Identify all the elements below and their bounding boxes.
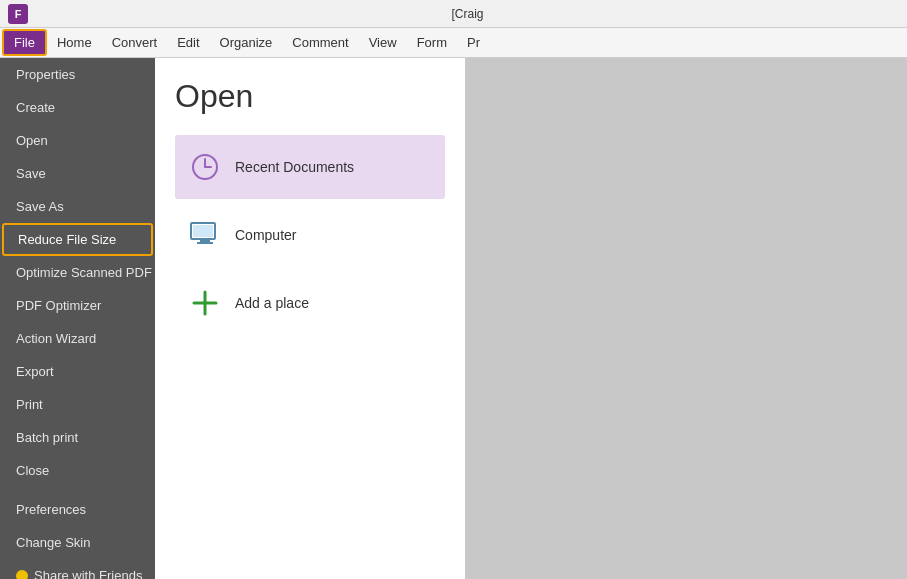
menu-item-edit[interactable]: Edit [167, 31, 209, 54]
sidebar-item-share-with-friends[interactable]: Share with Friends [0, 559, 155, 579]
sidebar-item-optimize-scanned[interactable]: Optimize Scanned PDF [0, 256, 155, 289]
open-option-label-recent-documents: Recent Documents [235, 159, 354, 175]
menu-item-form[interactable]: Form [407, 31, 457, 54]
menu-item-organize[interactable]: Organize [210, 31, 283, 54]
svg-rect-6 [197, 242, 213, 244]
svg-rect-4 [193, 225, 213, 237]
sidebar-item-save-as[interactable]: Save As [0, 190, 155, 223]
sidebar: PropertiesCreateOpenSaveSave AsReduce Fi… [0, 58, 155, 579]
open-option-label-computer: Computer [235, 227, 296, 243]
sidebar-item-print[interactable]: Print [0, 388, 155, 421]
menu-item-view[interactable]: View [359, 31, 407, 54]
title-bar: F [Craig [0, 0, 907, 28]
share-dot-icon [16, 570, 28, 580]
right-area [465, 58, 907, 579]
menu-item-convert[interactable]: Convert [102, 31, 168, 54]
add-icon [187, 285, 223, 321]
sidebar-item-open[interactable]: Open [0, 124, 155, 157]
title-bar-text: [Craig [36, 7, 899, 21]
app-logo: F [8, 4, 28, 24]
open-panel: Open Recent Documents Computer Add a pla… [155, 58, 465, 579]
open-option-add-a-place[interactable]: Add a place [175, 271, 445, 335]
sidebar-item-create[interactable]: Create [0, 91, 155, 124]
sidebar-item-action-wizard[interactable]: Action Wizard [0, 322, 155, 355]
menu-bar: FileHomeConvertEditOrganizeCommentViewFo… [0, 28, 907, 58]
open-option-computer[interactable]: Computer [175, 203, 445, 267]
app-body: PropertiesCreateOpenSaveSave AsReduce Fi… [0, 58, 907, 579]
sidebar-item-close[interactable]: Close [0, 454, 155, 487]
sidebar-item-reduce-file-size[interactable]: Reduce File Size [2, 223, 153, 256]
menu-item-protect[interactable]: Pr [457, 31, 490, 54]
sidebar-item-save[interactable]: Save [0, 157, 155, 190]
open-options: Recent Documents Computer Add a place [175, 135, 445, 335]
sidebar-item-preferences[interactable]: Preferences [0, 493, 155, 526]
sidebar-item-export[interactable]: Export [0, 355, 155, 388]
sidebar-item-properties[interactable]: Properties [0, 58, 155, 91]
menu-item-comment[interactable]: Comment [282, 31, 358, 54]
open-option-recent-documents[interactable]: Recent Documents [175, 135, 445, 199]
computer-icon [187, 217, 223, 253]
sidebar-item-pdf-optimizer[interactable]: PDF Optimizer [0, 289, 155, 322]
open-title: Open [175, 78, 445, 115]
menu-item-file[interactable]: File [2, 29, 47, 56]
sidebar-item-change-skin[interactable]: Change Skin [0, 526, 155, 559]
menu-item-home[interactable]: Home [47, 31, 102, 54]
svg-rect-5 [200, 239, 210, 242]
clock-icon [187, 149, 223, 185]
sidebar-item-batch-print[interactable]: Batch print [0, 421, 155, 454]
open-option-label-add-a-place: Add a place [235, 295, 309, 311]
